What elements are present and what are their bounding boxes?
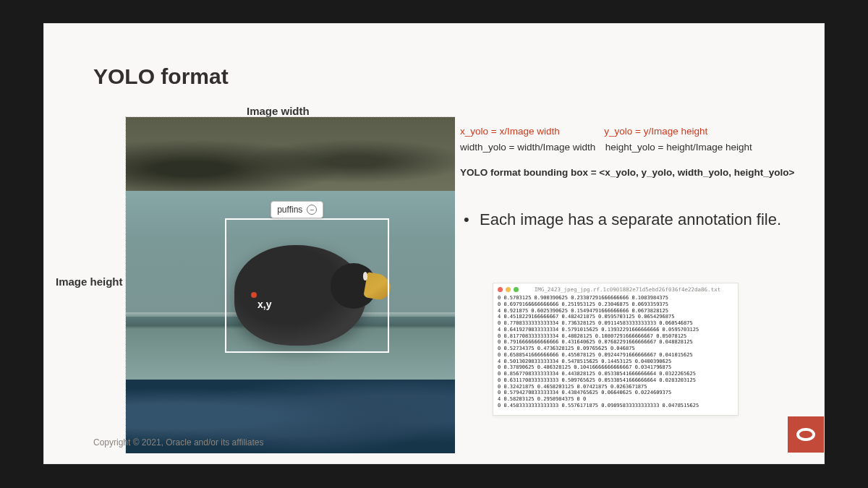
- formula-bbox: YOLO format bounding box = <x_yolo, y_yo…: [460, 165, 794, 181]
- annotation-filename: IMG_2423_jpeg_jpg.rf.1c0901882e71d5ebd26…: [522, 286, 733, 293]
- traffic-light-max-icon: [514, 287, 519, 292]
- oracle-o-icon: [796, 428, 815, 441]
- annotation-file-contents: 0 0.5703125 0.900390625 0.23307291666666…: [498, 295, 733, 409]
- xy-label: x,y: [258, 299, 271, 310]
- sample-image: x,y puffins −: [126, 117, 455, 453]
- class-label-text: puffins: [277, 205, 302, 215]
- annotated-image-frame: x,y puffins −: [125, 116, 455, 453]
- slide: YOLO format Image width Image height x,y: [43, 23, 825, 464]
- scene-rock-shelf: [126, 117, 455, 191]
- traffic-light-min-icon: [506, 287, 511, 292]
- remove-label-icon[interactable]: −: [307, 205, 317, 215]
- bullet-text: Each image has a separate annotation fil…: [480, 210, 781, 228]
- copyright-text: Copyright © 2021, Oracle and/or its affi…: [93, 437, 263, 448]
- formula-h: height_yolo = height/Image height: [605, 142, 752, 153]
- formula-x: x_yolo = x/Image width: [460, 126, 560, 137]
- image-height-label: Image height: [56, 275, 123, 288]
- formula-y: y_yolo = y/Image height: [604, 126, 707, 137]
- class-label-chip[interactable]: puffins −: [271, 201, 323, 218]
- slide-title: YOLO format: [93, 64, 229, 89]
- annotation-file-titlebar: IMG_2423_jpeg_jpg.rf.1c0901882e71d5ebd26…: [498, 286, 733, 293]
- formula-w: width_yolo = width/Image width: [460, 142, 595, 153]
- bbox-center-marker: [251, 292, 257, 298]
- traffic-light-close-icon: [498, 287, 503, 292]
- bounding-box: [225, 218, 390, 353]
- formula-block: x_yolo = x/Image width y_yolo = y/Image …: [460, 124, 794, 181]
- oracle-logo: [788, 416, 824, 453]
- image-width-label: Image width: [247, 105, 310, 117]
- annotation-file-window: IMG_2423_jpeg_jpg.rf.1c0901882e71d5ebd26…: [493, 283, 739, 416]
- bullet-point: •Each image has a separate annotation fi…: [464, 207, 810, 232]
